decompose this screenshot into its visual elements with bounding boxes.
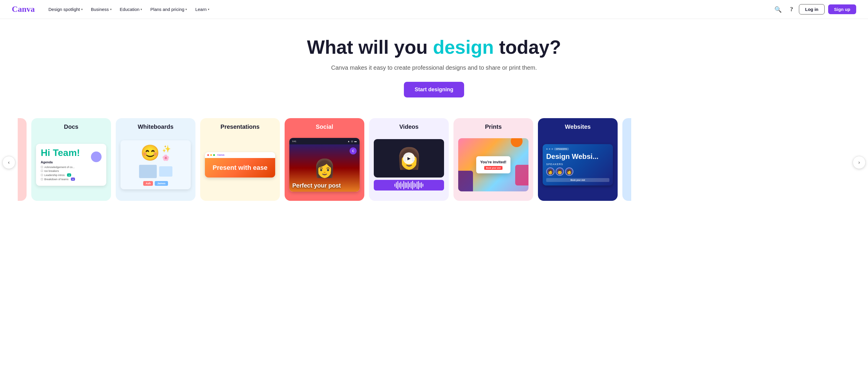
social-status-icons: ▲ ◎ ▬: [347, 140, 356, 143]
social-face-emoji: 👩: [314, 158, 336, 179]
card-videos-body: 👩 ▶: [369, 134, 449, 201]
waveform-bar: [409, 183, 410, 187]
social-image: 👩 C Perfect your post: [289, 144, 360, 192]
pres-topbar: Canva: [205, 152, 275, 158]
social-phone-bar: 9:41 ▲ ◎ ▬: [289, 138, 360, 144]
card-whiteboards[interactable]: Whiteboards 😊 ✨ 🌸 Ash: [116, 118, 195, 201]
wb-flower-icon: 🌸: [162, 154, 171, 161]
card-videos[interactable]: Videos 👩 ▶: [369, 118, 449, 201]
design-type-carousel: ‹ Docs Hi Team! Agenda Acknowledgement o…: [0, 115, 868, 210]
docs-agenda-label: Agenda: [41, 160, 101, 164]
waveform-bar: [400, 182, 401, 189]
card-partial-hint-right: [622, 118, 631, 201]
websites-dot-2: [549, 148, 550, 150]
prints-background: You're invited! Book your slot: [458, 138, 528, 192]
pres-dot-yellow: [210, 154, 212, 156]
carousel-next-button[interactable]: ›: [852, 156, 866, 169]
docs-item-3: Leadership intros ●: [41, 173, 101, 177]
signup-button[interactable]: Sign up: [828, 4, 856, 14]
waveform-bar: [402, 183, 403, 187]
nav-education[interactable]: Education ▾: [116, 4, 146, 14]
waveform-bar: [408, 181, 409, 189]
chevron-down-icon: ▾: [141, 8, 142, 11]
chevron-down-icon: ▾: [110, 8, 112, 11]
waveform-bar: [420, 183, 421, 187]
websites-speakers-label: SPEAKERS: [546, 163, 609, 166]
search-icon: 🔍: [774, 6, 782, 13]
carousel-track: Docs Hi Team! Agenda Acknowledgement of …: [0, 115, 868, 204]
chevron-down-icon: ▾: [81, 8, 83, 11]
docs-item-4: Breakdown of teams ●: [41, 177, 101, 181]
waveform-bar: [416, 182, 417, 189]
websites-book-button[interactable]: Book your slot: [546, 178, 609, 182]
carousel-prev-button[interactable]: ‹: [2, 156, 16, 169]
wb-spark-icons: ✨ 🌸: [162, 145, 171, 161]
card-prints[interactable]: Prints You're invited! Book your slot: [454, 118, 533, 201]
card-presentations[interactable]: Presentations Canva Present with ease: [200, 118, 280, 201]
pres-text: Present with ease: [210, 164, 271, 172]
wb-emoji-row: 😊 ✨ 🌸: [141, 144, 171, 162]
search-button[interactable]: 🔍: [772, 4, 784, 16]
videos-main: 👩 ▶: [374, 139, 444, 177]
whiteboard-preview: 😊 ✨ 🌸 Ash James: [120, 140, 191, 189]
waveform-bar: [418, 181, 419, 189]
hero-title: What will you design today?: [6, 37, 862, 58]
card-presentations-body: Canva Present with ease: [200, 134, 280, 201]
canva-logo[interactable]: Canva: [12, 4, 35, 15]
websites-avatar-3: 👩: [565, 168, 574, 176]
login-button[interactable]: Log in: [799, 4, 825, 14]
pres-dot-red: [207, 154, 209, 156]
card-social[interactable]: Social 9:41 ▲ ◎ ▬ 👩: [285, 118, 364, 201]
waveform-bar: [403, 181, 404, 189]
start-designing-button[interactable]: Start designing: [404, 82, 464, 97]
waveform-bar: [412, 181, 413, 189]
wb-emoji-face: 😊: [141, 144, 160, 162]
waveform-bar: [414, 182, 414, 188]
videos-preview: 👩 ▶: [374, 139, 444, 190]
docs-preview: Hi Team! Agenda Acknowledgement of co...…: [36, 144, 106, 186]
chevron-left-icon: ‹: [8, 160, 9, 165]
social-time: 9:41: [292, 140, 297, 142]
prints-shape-purple: [458, 171, 473, 192]
nav-actions: 🔍 ? Log in Sign up: [772, 4, 856, 16]
prints-card-title: You're invited!: [480, 160, 507, 165]
help-icon: ?: [790, 6, 793, 12]
prints-book-button[interactable]: Book your slot: [484, 166, 502, 170]
waveform-bar: [415, 183, 416, 187]
nav-learn[interactable]: Learn ▾: [192, 4, 213, 14]
nav-design-spotlight[interactable]: Design spotlight ▾: [45, 4, 86, 14]
waveform-bar: [406, 182, 407, 188]
nav-plans-pricing[interactable]: Plans and pricing ▾: [147, 4, 190, 14]
card-social-title: Social: [285, 118, 364, 134]
card-prints-title: Prints: [454, 118, 533, 134]
prints-shape-orange: [511, 138, 523, 147]
wb-spark-icon: ✨: [162, 145, 171, 153]
navbar: Canva Design spotlight ▾ Business ▾ Educ…: [0, 0, 868, 19]
social-canva-badge: C: [349, 147, 356, 154]
chevron-down-icon: ▾: [185, 8, 187, 11]
nav-business[interactable]: Business ▾: [87, 4, 115, 14]
pres-main: Present with ease: [205, 158, 275, 177]
play-button: ▶: [403, 152, 415, 164]
battery-icon: ▬: [354, 140, 356, 143]
waveform-bar: [421, 182, 422, 188]
social-preview: 9:41 ▲ ◎ ▬ 👩 C Perfect your post: [289, 138, 360, 192]
card-docs[interactable]: Docs Hi Team! Agenda Acknowledgement of …: [31, 118, 111, 201]
card-social-body: 9:41 ▲ ◎ ▬ 👩 C Perfect your post: [285, 134, 364, 201]
wb-name-james: James: [155, 181, 168, 186]
websites-top-bar: SPEAKERS: [546, 148, 609, 150]
card-videos-title: Videos: [369, 118, 449, 134]
card-websites-title: Websites: [538, 118, 618, 134]
chevron-right-icon: ›: [858, 160, 860, 165]
card-websites[interactable]: Websites SPEAKERS Design Websi... SPEAKE…: [538, 118, 618, 201]
signal-icon: ▲: [347, 140, 350, 143]
websites-avatar-2: 👨: [556, 168, 564, 176]
websites-heading: Design Websi...: [546, 153, 609, 160]
nav-links: Design spotlight ▾ Business ▾ Education …: [45, 4, 772, 14]
websites-dot-1: [546, 148, 548, 150]
presentation-preview: Canva Present with ease: [205, 152, 275, 177]
chevron-down-icon: ▾: [208, 8, 209, 11]
card-websites-body: SPEAKERS Design Websi... SPEAKERS 👩 👨 👩 …: [538, 134, 618, 201]
prints-shape-pink: [515, 165, 528, 185]
help-button[interactable]: ?: [788, 4, 795, 15]
